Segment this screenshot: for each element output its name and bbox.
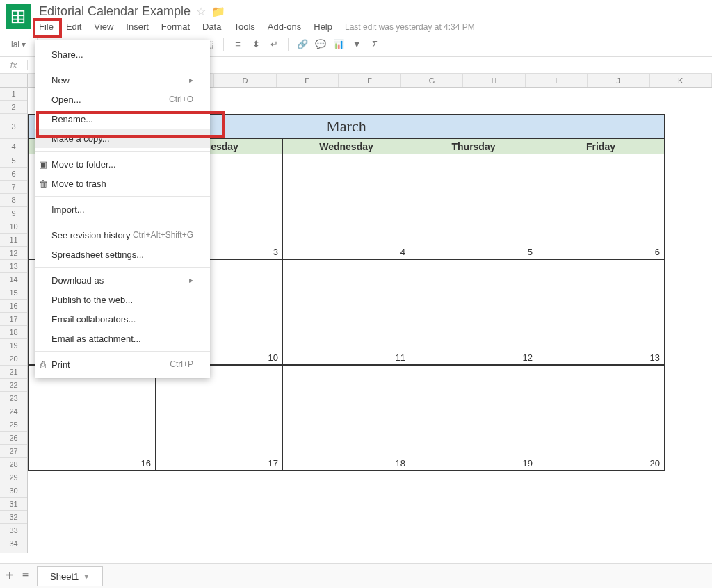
row-header[interactable]: 30 xyxy=(0,484,27,498)
menu-share[interactable]: Share... xyxy=(35,44,210,64)
menu-rename[interactable]: Rename... xyxy=(35,109,210,129)
menu-print[interactable]: ⎙PrintCtrl+P xyxy=(35,354,210,374)
calendar-cell[interactable]: 20 xyxy=(537,366,665,471)
column-header[interactable]: I xyxy=(526,74,588,87)
row-header[interactable]: 9 xyxy=(0,207,27,220)
row-header[interactable]: 29 xyxy=(0,471,27,484)
menu-spreadsheet-settings[interactable]: Spreadsheet settings... xyxy=(35,245,210,264)
menu-tools[interactable]: Tools xyxy=(234,22,254,32)
calendar-cell[interactable]: 12 xyxy=(410,260,537,366)
calendar-date: 17 xyxy=(268,458,278,468)
menu-data[interactable]: Data xyxy=(202,22,221,32)
row-header[interactable]: 17 xyxy=(0,313,27,326)
row-headers: 1234567891011121314151617181920212223242… xyxy=(0,88,28,553)
menu-format[interactable]: Format xyxy=(161,22,190,32)
row-header[interactable]: 11 xyxy=(0,234,27,247)
menu-make-a-copy[interactable]: Make a copy... xyxy=(35,129,210,148)
row-header[interactable]: 16 xyxy=(0,300,27,313)
row-header[interactable]: 8 xyxy=(0,194,27,207)
menu-view[interactable]: View xyxy=(94,22,113,32)
calendar-cell[interactable]: 19 xyxy=(410,366,537,471)
filter-icon[interactable]: ▼ xyxy=(348,36,365,53)
row-header[interactable]: 25 xyxy=(0,418,27,432)
row-header[interactable]: 24 xyxy=(0,405,27,418)
row-header[interactable]: 4 xyxy=(0,139,27,154)
calendar-cell[interactable]: 6 xyxy=(537,154,665,260)
calendar-cell[interactable]: 4 xyxy=(283,154,410,260)
document-title[interactable]: Editorial Calendar Example xyxy=(39,4,191,19)
row-header[interactable]: 18 xyxy=(0,326,27,339)
row-header[interactable]: 32 xyxy=(0,511,27,524)
select-all-cell[interactable] xyxy=(0,74,28,87)
menu-add-ons[interactable]: Add-ons xyxy=(268,22,301,32)
calendar-date: 12 xyxy=(523,352,533,363)
menu-edit[interactable]: Edit xyxy=(66,22,81,32)
vertical-align-icon[interactable]: ⬍ xyxy=(248,36,264,53)
menu-see-revision-history[interactable]: See revision historyCtrl+Alt+Shift+G xyxy=(35,225,210,245)
menu-download-as[interactable]: Download as▸ xyxy=(35,270,210,290)
folder-icon[interactable]: 📁 xyxy=(211,5,225,18)
row-header[interactable]: 21 xyxy=(0,366,27,379)
menu-import[interactable]: Import... xyxy=(35,199,210,219)
row-header[interactable]: 28 xyxy=(0,458,27,471)
row-header[interactable]: 14 xyxy=(0,273,27,286)
row-header[interactable]: 27 xyxy=(0,445,27,458)
menu-open[interactable]: Open...Ctrl+O xyxy=(35,90,210,109)
row-header[interactable]: 20 xyxy=(0,352,27,366)
row-header[interactable]: 15 xyxy=(0,286,27,300)
row-header[interactable]: 10 xyxy=(0,220,27,234)
row-header[interactable]: 26 xyxy=(0,432,27,445)
column-header[interactable]: F xyxy=(339,74,400,87)
insert-chart-icon[interactable]: 📊 xyxy=(330,36,347,53)
add-sheet-button[interactable]: + xyxy=(6,568,14,584)
sheet-tab[interactable]: Sheet1 ▼ xyxy=(37,566,103,586)
column-header[interactable]: E xyxy=(277,74,339,87)
row-header[interactable]: 6 xyxy=(0,168,27,181)
column-header[interactable]: J xyxy=(588,74,649,87)
calendar-date: 13 xyxy=(650,352,660,363)
row-header[interactable]: 13 xyxy=(0,260,27,273)
row-header[interactable]: 23 xyxy=(0,392,27,405)
row-header[interactable]: 1 xyxy=(0,88,27,101)
calendar-cell[interactable]: 16 xyxy=(29,366,156,471)
functions-icon[interactable]: Σ xyxy=(366,36,383,53)
column-header[interactable]: D xyxy=(214,74,276,87)
row-header[interactable]: 3 xyxy=(0,114,27,139)
column-header[interactable]: G xyxy=(401,74,463,87)
column-header[interactable]: K xyxy=(650,74,712,87)
menu-publish-to-web[interactable]: Publish to the web... xyxy=(35,290,210,309)
calendar-cell[interactable]: 13 xyxy=(537,260,665,366)
row-header[interactable]: 5 xyxy=(0,154,27,168)
row-header[interactable]: 7 xyxy=(0,181,27,194)
star-icon[interactable]: ☆ xyxy=(196,5,206,18)
insert-link-icon[interactable]: 🔗 xyxy=(294,36,311,53)
horizontal-align-icon[interactable]: ≡ xyxy=(229,36,246,53)
calendar-cell[interactable]: 18 xyxy=(283,366,410,471)
menu-move-to-trash[interactable]: 🗑Move to trash xyxy=(35,174,210,193)
row-header[interactable]: 22 xyxy=(0,379,27,392)
menu-help[interactable]: Help xyxy=(314,22,332,32)
menu-move-to-folder[interactable]: ▣Move to folder... xyxy=(35,154,210,174)
calendar-cell[interactable]: 5 xyxy=(410,154,537,260)
menu-new[interactable]: New▸ xyxy=(35,70,210,90)
chevron-down-icon: ▼ xyxy=(83,573,90,580)
column-header[interactable]: H xyxy=(463,74,525,87)
row-header[interactable]: 34 xyxy=(0,537,27,550)
menu-insert[interactable]: Insert xyxy=(126,22,149,32)
calendar-date: 4 xyxy=(400,247,405,257)
row-header[interactable]: 19 xyxy=(0,339,27,352)
menu-file[interactable]: File xyxy=(39,22,54,32)
all-sheets-button[interactable]: ≡ xyxy=(22,570,29,582)
menu-email-as-attachment[interactable]: Email as attachment... xyxy=(35,329,210,348)
row-header[interactable]: 12 xyxy=(0,247,27,260)
row-header[interactable]: 33 xyxy=(0,524,27,537)
menu-email-collaborators[interactable]: Email collaborators... xyxy=(35,309,210,329)
font-family-selector[interactable]: ial ▾ xyxy=(6,40,31,49)
row-header[interactable]: 31 xyxy=(0,498,27,511)
row-header[interactable]: 2 xyxy=(0,101,27,114)
calendar-cell[interactable]: 17 xyxy=(156,366,283,471)
sheets-logo[interactable] xyxy=(6,4,31,29)
insert-comment-icon[interactable]: 💬 xyxy=(312,36,329,53)
text-wrap-icon[interactable]: ↵ xyxy=(266,36,282,53)
calendar-cell[interactable]: 11 xyxy=(283,260,410,366)
